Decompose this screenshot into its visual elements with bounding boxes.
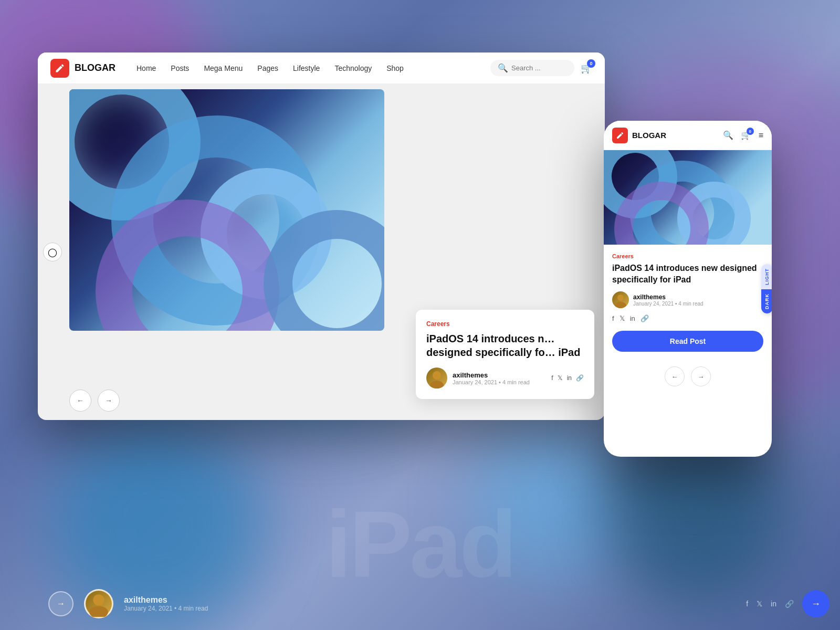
post-read-time: 4 min read <box>502 379 530 385</box>
mobile-post-title: iPadOS 14 introduces new designed specif… <box>612 262 763 285</box>
mobile-avatar-img <box>612 291 629 308</box>
desktop-logo-badge <box>50 59 69 78</box>
mobile-author-avatar <box>612 291 629 308</box>
mobile-prev-arrow[interactable]: ← <box>665 366 685 386</box>
mobile-link-icon[interactable]: 🔗 <box>640 314 649 322</box>
desktop-navigation-arrows: ← → <box>69 381 120 420</box>
mobile-pen-icon <box>616 131 624 140</box>
mobile-search-icon[interactable]: 🔍 <box>723 130 733 140</box>
bottom-twitter-icon[interactable]: 𝕏 <box>757 600 762 608</box>
svg-point-0 <box>433 371 441 380</box>
left-chevron-icon: ◯ <box>48 247 57 257</box>
post-date: January 24, 2021 <box>453 379 497 385</box>
next-arrow-btn[interactable]: → <box>98 390 120 412</box>
nav-lifestyle[interactable]: Lifestyle <box>293 64 320 72</box>
mobile-cart-badge: 0 <box>747 128 754 135</box>
svg-point-1 <box>430 381 444 388</box>
post-separator: • <box>499 379 502 385</box>
desktop-search[interactable]: 🔍 <box>490 60 574 76</box>
mobile-social-icons: f 𝕏 in 🔗 <box>612 314 763 322</box>
post-author-row: axilthemes January 24, 2021 • 4 min read… <box>426 368 584 388</box>
twitter-icon[interactable]: 𝕏 <box>558 374 563 382</box>
mobile-cart[interactable]: 🛒 0 <box>741 130 751 140</box>
bottom-right-section: f 𝕏 in 🔗 → <box>746 590 830 617</box>
post-title: iPadOS 14 introduces n… designed specifi… <box>426 332 584 359</box>
mobile-next-arrow[interactable]: → <box>691 366 711 386</box>
nav-technology[interactable]: Technology <box>334 64 372 72</box>
mobile-post-date: January 24, 2021 <box>633 301 674 307</box>
mobile-logo-badge <box>612 128 628 143</box>
mobile-post-category: Careers <box>612 253 763 259</box>
bottom-read-button[interactable]: → <box>802 590 830 617</box>
light-theme-button[interactable]: LIGHT <box>761 264 772 289</box>
mobile-menu-icon[interactable]: ≡ <box>759 131 763 140</box>
mobile-hero-canvas <box>604 150 772 245</box>
desktop-prev-arrow[interactable]: ◯ <box>43 243 62 261</box>
mobile-author-row: axilthemes January 24, 2021 • 4 min read <box>612 291 763 308</box>
bottom-bar: → axilthemes January 24, 2021 • 4 min re… <box>38 578 840 630</box>
svg-point-4 <box>93 594 104 605</box>
mobile-twitter-icon[interactable]: 𝕏 <box>620 314 625 322</box>
desktop-header: BLOGAR Home Posts Mega Menu Pages Lifest… <box>38 52 605 84</box>
mobile-content: Careers iPadOS 14 introduces new designe… <box>604 245 772 360</box>
nav-posts[interactable]: Posts <box>171 64 189 72</box>
bottom-next-arrow[interactable]: → <box>48 591 74 616</box>
dark-theme-button[interactable]: DARK <box>761 289 772 313</box>
bottom-date-meta: January 24, 2021 • 4 min read <box>124 605 208 612</box>
bottom-link-icon[interactable]: 🔗 <box>785 600 794 608</box>
desktop-post-card: Careers iPadOS 14 introduces n… designed… <box>416 310 594 399</box>
pen-icon <box>55 63 65 74</box>
bottom-linkedin-icon[interactable]: in <box>771 600 776 608</box>
nav-shop[interactable]: Shop <box>386 64 404 72</box>
bottom-facebook-icon[interactable]: f <box>746 600 748 608</box>
author-avatar <box>426 368 447 388</box>
prev-arrow-btn[interactable]: ← <box>69 390 91 412</box>
desktop-mockup: BLOGAR Home Posts Mega Menu Pages Lifest… <box>38 52 605 420</box>
desktop-content: ◯ Careers iPadOS 14 introduces n… design… <box>38 84 605 420</box>
mobile-author-meta: January 24, 2021 • 4 min read <box>633 301 704 307</box>
mobile-author-info: axilthemes January 24, 2021 • 4 min read <box>633 293 704 307</box>
desktop-cart[interactable]: 🛒 0 <box>581 62 592 74</box>
nav-home[interactable]: Home <box>136 64 156 72</box>
author-info: axilthemes January 24, 2021 • 4 min read <box>453 371 551 385</box>
mobile-prev-icon: ← <box>671 373 678 381</box>
mobile-facebook-icon[interactable]: f <box>612 314 614 322</box>
nav-pages[interactable]: Pages <box>257 64 278 72</box>
facebook-icon[interactable]: f <box>551 374 553 382</box>
mobile-author-name: axilthemes <box>633 293 704 301</box>
mobile-hero-image <box>604 150 772 245</box>
desktop-hero-image <box>69 89 384 331</box>
mobile-linkedin-icon[interactable]: in <box>630 314 635 322</box>
theme-toggle: LIGHT DARK <box>761 264 772 313</box>
hero-canvas <box>69 89 384 331</box>
mobile-header: BLOGAR 🔍 🛒 0 ≡ <box>604 121 772 150</box>
link-icon[interactable]: 🔗 <box>576 374 584 382</box>
prev-arrow-icon: ← <box>77 396 84 405</box>
desktop-nav: Home Posts Mega Menu Pages Lifestyle Tec… <box>136 64 490 72</box>
bottom-author-name: axilthemes <box>124 595 208 605</box>
svg-point-3 <box>615 302 626 308</box>
bottom-author-info: axilthemes January 24, 2021 • 4 min read <box>124 595 208 612</box>
search-icon: 🔍 <box>498 63 508 73</box>
svg-point-2 <box>617 295 624 301</box>
bottom-arrow-right-icon: → <box>811 598 821 610</box>
mobile-navigation-arrows: ← → <box>604 360 772 391</box>
post-social-icons: f 𝕏 in 🔗 <box>551 374 584 382</box>
author-avatar-img <box>426 368 447 388</box>
svg-point-5 <box>89 606 108 617</box>
linkedin-icon[interactable]: in <box>567 374 572 382</box>
mobile-next-icon: → <box>698 373 705 381</box>
bottom-author-avatar <box>84 589 113 618</box>
author-meta: January 24, 2021 • 4 min read <box>453 379 551 385</box>
desktop-cart-badge: 0 <box>587 59 595 68</box>
desktop-logo-text: BLOGAR <box>75 62 116 74</box>
read-post-button[interactable]: Read Post <box>612 331 763 352</box>
search-input[interactable] <box>511 64 567 72</box>
post-category: Careers <box>426 320 584 328</box>
mobile-logo-text: BLOGAR <box>632 131 723 140</box>
nav-mega-menu[interactable]: Mega Menu <box>204 64 243 72</box>
author-name: axilthemes <box>453 371 551 379</box>
mobile-read-time: 4 min read <box>678 301 703 307</box>
bottom-arrow-icon: → <box>57 599 65 608</box>
bottom-avatar-img <box>86 591 112 617</box>
